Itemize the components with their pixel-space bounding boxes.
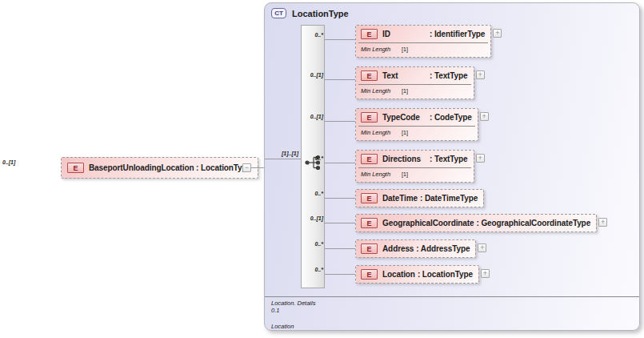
element-datetime: E DateTime : DateTimeType — [355, 189, 484, 207]
element-name: Directions — [382, 155, 427, 163]
element-name: Text — [382, 71, 427, 80]
reference-connector-line — [251, 167, 265, 168]
complex-type-locationtype: CT LocationType [1]..[1] — [264, 2, 640, 331]
expand-button[interactable]: + — [493, 29, 502, 38]
cardinality-label: 0..[1] — [277, 72, 323, 78]
annotation-detail: Location. Details — [271, 300, 633, 307]
expand-button[interactable]: + — [480, 112, 489, 121]
connector-line — [325, 274, 355, 275]
facet-name: Min Length — [361, 46, 390, 53]
element-type: : TextType — [430, 71, 468, 80]
element-icon: E — [361, 243, 378, 254]
element-box[interactable]: E DateTime : DateTimeType — [355, 189, 484, 207]
element-icon: E — [361, 193, 378, 203]
element-icon: E — [361, 70, 378, 81]
element-type: : IdentifierType — [430, 30, 485, 38]
element-id: E ID : IdentifierType Min Length [1] + — [355, 25, 502, 58]
complex-type-badge-icon: CT — [271, 8, 286, 18]
element-icon: E — [67, 163, 84, 173]
element-box[interactable]: E GeographicalCoordinate : GeographicalC… — [355, 214, 597, 232]
expand-button[interactable]: + — [476, 154, 485, 163]
element-type: : GeographicalCoordinateType — [477, 219, 591, 227]
element-address: E Address : AddressType + — [355, 239, 486, 258]
annotation-range: 0.1 — [271, 307, 633, 314]
left-element-cardinality: 0..[1] — [2, 159, 15, 165]
element-name: Address — [382, 244, 414, 253]
element-type: : CodeType — [430, 113, 472, 122]
element-icon: E — [361, 218, 378, 228]
expand-button[interactable]: + — [478, 243, 486, 252]
element-box[interactable]: E Address : AddressType — [355, 239, 476, 258]
connector-line — [325, 39, 355, 40]
connector-line — [325, 248, 355, 249]
facet-name: Min Length — [361, 171, 390, 178]
complex-type-title: LocationType — [292, 9, 349, 18]
element-name: ID — [382, 30, 427, 38]
element-name: DateTime — [382, 194, 418, 203]
collapse-button[interactable]: − — [242, 163, 251, 172]
element-geographicalcoordinate: E GeographicalCoordinate : GeographicalC… — [355, 214, 607, 232]
facet-row: Min Length [1] — [358, 167, 471, 182]
facet-name: Min Length — [361, 87, 390, 95]
connector-line — [325, 163, 355, 163]
expand-button[interactable]: + — [598, 218, 607, 227]
connector-line — [325, 121, 355, 122]
element-box[interactable]: E TypeCode : CodeType Min Length [1] — [355, 108, 478, 141]
element-box[interactable]: E ID : IdentifierType Min Length [1] — [355, 25, 491, 58]
facet-value: [1] — [402, 130, 408, 135]
facet-row: Min Length [1] — [358, 42, 488, 57]
cardinality-label: 0..* — [277, 191, 323, 196]
xsd-diagram-canvas: 0..[1] E BaseportUnloadingLocation : Loc… — [0, 0, 644, 338]
element-icon: E — [361, 29, 378, 39]
annotation-namespace: Location — [271, 323, 633, 330]
cardinality-label: 0..* — [277, 241, 323, 247]
cardinality-label: 0..* — [277, 32, 323, 38]
expand-button[interactable]: + — [481, 269, 490, 278]
element-typecode: E TypeCode : CodeType Min Length [1] + — [355, 108, 489, 141]
element-directions: E Directions : TextType Min Length [1] + — [355, 150, 485, 183]
element-icon: E — [361, 269, 378, 280]
facet-row: Min Length [1] — [358, 84, 471, 99]
facet-value: [1] — [402, 88, 408, 94]
element-type: : LocationType — [418, 270, 473, 279]
element-box[interactable]: E Text : TextType Min Length [1] — [355, 66, 474, 99]
connector-line — [325, 198, 355, 199]
cardinality-label: 0..* — [277, 267, 323, 272]
element-box[interactable]: E Location : LocationType — [355, 265, 479, 284]
cardinality-label: 0..[1] — [277, 114, 323, 119]
facet-value: [1] — [402, 46, 408, 52]
element-name: Location — [382, 270, 415, 279]
expand-button[interactable]: + — [476, 70, 485, 79]
complex-type-header: CT LocationType — [271, 8, 349, 18]
element-name: TypeCode — [382, 113, 427, 122]
facet-value: [1] — [402, 171, 408, 177]
connector-line — [325, 223, 355, 223]
element-name: GeographicalCoordinate — [382, 219, 474, 227]
cardinality-label: 0..[1] — [277, 215, 323, 221]
element-location: E Location : LocationType + — [355, 265, 490, 284]
element-box[interactable]: E Directions : TextType Min Length [1] — [355, 150, 474, 183]
left-element-label: BaseportUnloadingLocation : LocationType — [89, 163, 251, 172]
element-type: : TextType — [430, 155, 468, 163]
type-annotation-footer: Location. Details 0.1 Location — [265, 296, 639, 330]
cardinality-label: 0..* — [277, 155, 323, 161]
facet-row: Min Length [1] — [358, 126, 475, 140]
element-icon: E — [361, 154, 378, 164]
element-type: : DateTimeType — [420, 194, 478, 203]
element-type: : AddressType — [416, 244, 470, 253]
element-baseport-unloading-location[interactable]: E BaseportUnloadingLocation : LocationTy… — [61, 157, 258, 179]
connector-line — [325, 79, 355, 80]
facet-name: Min Length — [361, 129, 390, 136]
element-icon: E — [361, 112, 378, 123]
element-text: E Text : TextType Min Length [1] + — [355, 66, 485, 99]
